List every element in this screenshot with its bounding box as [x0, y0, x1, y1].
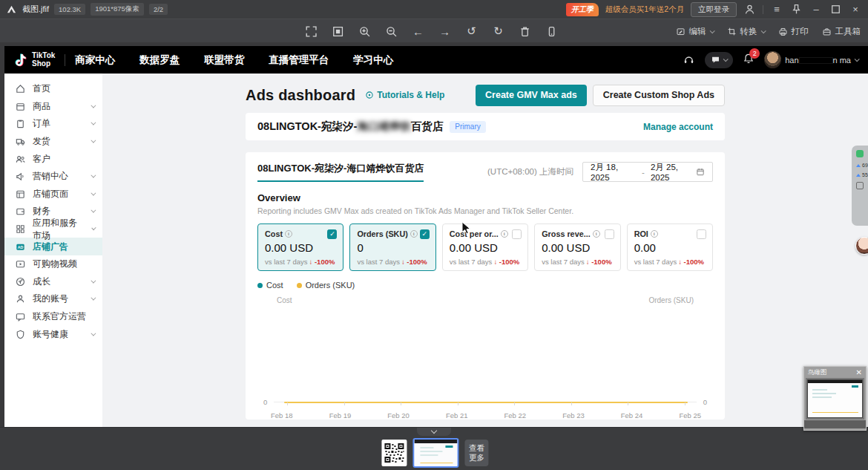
- metric-card-cost[interactable]: Costi ✓ 0.00 USD vs last 7 days↓ -100%: [257, 223, 343, 271]
- sidebar-item-shop-ads[interactable]: AD店铺广告: [4, 238, 102, 255]
- sidebar-item-shipping[interactable]: 发货: [4, 133, 102, 151]
- sidebar-item-customers[interactable]: 客户: [4, 150, 102, 168]
- up-arrow-icon: [856, 174, 861, 177]
- thumbnail-qr-code[interactable]: [381, 440, 407, 466]
- edit-menu[interactable]: 编辑: [676, 26, 714, 37]
- nav-data-compass[interactable]: 数据罗盘: [139, 53, 180, 67]
- sidebar-item-contact-support[interactable]: 联系官方运营: [4, 308, 102, 326]
- toolbox-button[interactable]: 工具箱: [822, 26, 861, 37]
- minimap-thumbnail[interactable]: [807, 379, 863, 418]
- nav-affiliate[interactable]: 联盟带货: [204, 53, 244, 67]
- shop-sidebar: 首页 商品 订单 发货 客户 营销中心 店铺页面 财务 应用和服务市场 AD店铺…: [4, 74, 102, 427]
- metric-checkbox[interactable]: [697, 229, 706, 239]
- manage-account-link[interactable]: Manage account: [643, 122, 713, 132]
- metric-card-roi[interactable]: ROIi 0.00 vs last 7 days↓ -100%: [627, 223, 713, 271]
- user-account-icon[interactable]: [743, 3, 756, 16]
- legend-label: Orders (SKU): [306, 281, 355, 290]
- sidebar-item-products[interactable]: 商品: [4, 98, 102, 116]
- sidebar-item-apps-market[interactable]: 应用和服务市场: [4, 221, 102, 238]
- sidebar-item-home[interactable]: 首页: [4, 80, 102, 98]
- delete-icon[interactable]: [519, 25, 531, 38]
- metric-card-orders-sku[interactable]: Orders (SKU)i ✓ 0 vs last 7 days↓ -100%: [349, 223, 435, 271]
- sidebar-label: 联系官方运营: [33, 310, 86, 323]
- tiktok-note-icon: [14, 52, 28, 68]
- login-button[interactable]: 立即登录: [691, 2, 737, 17]
- create-gmv-max-ads-button[interactable]: Create GMV Max ads: [476, 85, 587, 106]
- nav-learning-center[interactable]: 学习中心: [353, 53, 393, 67]
- app-logo-icon: [6, 4, 17, 15]
- convert-menu[interactable]: 转换: [727, 26, 765, 37]
- promo-text[interactable]: 超级会员买1年送2个月: [605, 4, 684, 15]
- user-menu[interactable]: hann ma: [764, 51, 858, 68]
- tutorials-label: Tutorials & Help: [377, 90, 444, 100]
- zoom-in-icon[interactable]: [358, 25, 371, 38]
- sidebar-item-account-health[interactable]: 账号健康: [4, 325, 102, 343]
- mobile-view-icon[interactable]: [545, 25, 558, 38]
- metric-checkbox[interactable]: [605, 229, 614, 239]
- chevron-down-icon: [91, 173, 96, 178]
- delta-arrow-icon: ↓: [493, 258, 497, 266]
- promo-badge[interactable]: 开工季: [566, 3, 599, 16]
- tutorials-help-link[interactable]: Tutorials & Help: [365, 90, 444, 100]
- date-range-picker[interactable]: 2月 18, 2025 - 2月 25, 2025: [582, 162, 713, 182]
- left-axis-label: Cost: [277, 296, 292, 304]
- tiktok-shop-logo[interactable]: TikTokShop: [14, 52, 55, 68]
- x-tick-label: Feb 19: [329, 411, 352, 420]
- x-tick-label: Feb 20: [387, 411, 410, 420]
- maximize-button[interactable]: [829, 3, 842, 16]
- messages-pill[interactable]: [705, 52, 733, 68]
- floating-avatar[interactable]: [855, 237, 868, 255]
- metric-checkbox[interactable]: [512, 229, 522, 239]
- sidebar-item-orders[interactable]: 订单: [4, 115, 102, 133]
- metric-checkbox[interactable]: ✓: [420, 229, 430, 239]
- view-more-button[interactable]: 查看更多: [464, 440, 488, 466]
- create-custom-shop-ads-button[interactable]: Create Custom Shop Ads: [593, 85, 725, 106]
- zoom-out-icon[interactable]: [385, 25, 398, 38]
- floating-side-widget[interactable]: 69 55: [852, 146, 868, 226]
- fit-to-window-icon[interactable]: [332, 25, 344, 38]
- compare-label: vs last 7 days: [450, 258, 493, 266]
- overview-title: Overview: [257, 192, 713, 203]
- previous-image-icon[interactable]: ←: [412, 25, 424, 38]
- sidebar-label: 商品: [33, 100, 50, 113]
- metric-card-cost-per-order[interactable]: Cost per or...i 0.00 USD vs last 7 days↓…: [442, 223, 528, 271]
- minimize-button[interactable]: –: [809, 4, 823, 15]
- metric-card-gross-revenue[interactable]: Gross reve...i 0.00 USD vs last 7 days↓ …: [534, 223, 620, 271]
- thumbnail-current-image[interactable]: [412, 438, 458, 468]
- metric-checkbox[interactable]: ✓: [327, 229, 337, 239]
- user-name-prefix: han: [785, 56, 798, 65]
- next-image-icon[interactable]: →: [438, 25, 451, 38]
- filmstrip-collapse-tab[interactable]: [417, 428, 451, 436]
- rotate-left-icon[interactable]: ↺: [465, 25, 478, 38]
- file-size-badge: 102.3K: [54, 4, 85, 15]
- delta-arrow-icon: ↓: [309, 258, 313, 266]
- minimap-close-icon[interactable]: ✕: [856, 369, 862, 376]
- primary-badge: Primary: [450, 121, 485, 133]
- nav-live-platform[interactable]: 直播管理平台: [269, 53, 329, 67]
- pin-icon[interactable]: [790, 3, 803, 16]
- rotate-right-icon[interactable]: ↻: [492, 25, 504, 38]
- metric-label: Cost: [265, 229, 283, 238]
- notifications-bell[interactable]: 2: [743, 53, 754, 68]
- sidebar-item-shop-pages[interactable]: 店铺页面: [4, 186, 102, 203]
- chevron-down-icon: [723, 56, 729, 62]
- print-button[interactable]: 打印: [778, 26, 809, 37]
- report-account-tab[interactable]: 08LINGTOK-宛柒汐-海口靖烨饮百货店: [257, 162, 424, 182]
- legend-orders[interactable]: Orders (SKU): [297, 281, 355, 290]
- fullscreen-icon[interactable]: [305, 25, 318, 38]
- nav-seller-center[interactable]: 商家中心: [75, 53, 115, 67]
- sidebar-item-marketing[interactable]: 营销中心: [4, 168, 102, 186]
- sidebar-item-shoppable-videos[interactable]: 可购物视频: [4, 255, 102, 273]
- sidebar-label: 首页: [33, 82, 50, 95]
- sidebar-item-growth[interactable]: 成长: [4, 273, 102, 291]
- sidebar-item-my-account[interactable]: 我的账号: [4, 290, 102, 308]
- legend-cost[interactable]: Cost: [257, 281, 283, 290]
- account-card: 08LINGTOK-宛柒汐-海口靖烨饮百货店 Primary Manage ac…: [246, 113, 725, 140]
- metric-value: 0.00: [634, 241, 706, 254]
- support-headset-icon[interactable]: [683, 53, 695, 66]
- convert-icon: [727, 27, 737, 36]
- info-icon: i: [501, 230, 508, 238]
- chevron-down-icon: [91, 296, 96, 301]
- close-button[interactable]: ×: [849, 4, 862, 15]
- menu-icon[interactable]: ≡: [770, 4, 783, 15]
